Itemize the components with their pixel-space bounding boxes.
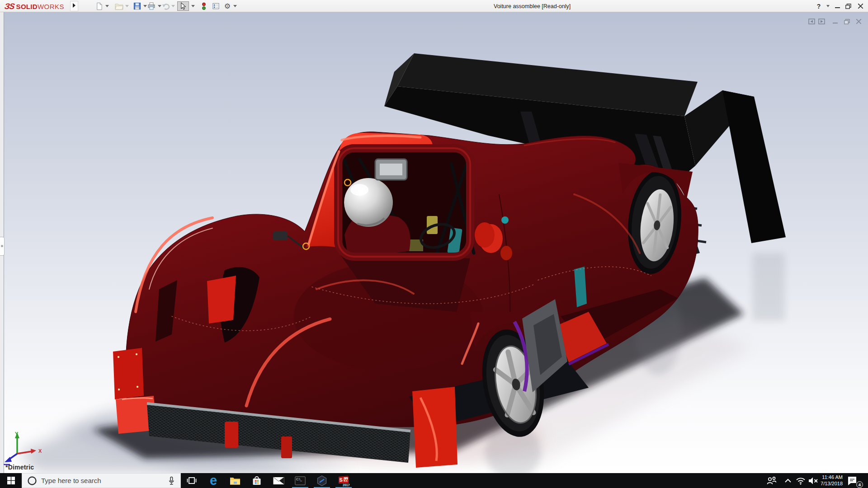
- taskbar-search[interactable]: [22, 473, 181, 488]
- file-properties-button[interactable]: [211, 1, 221, 11]
- dropdown-caret-icon: [233, 5, 237, 7]
- close-button[interactable]: [854, 0, 866, 12]
- file-explorer-button[interactable]: [224, 473, 246, 488]
- task-view-icon: [187, 476, 197, 485]
- mail-icon: [273, 477, 284, 485]
- task-view-button[interactable]: [181, 473, 203, 488]
- graphics-viewport[interactable]: Y X *Dimetric: [0, 12, 868, 473]
- options-button[interactable]: ⚙: [222, 1, 232, 11]
- hexagon-app-icon: [316, 475, 327, 486]
- svg-text:W: W: [344, 477, 348, 482]
- minimize-icon: [835, 4, 840, 9]
- svg-text:S: S: [339, 477, 342, 482]
- clock[interactable]: 11:46 AM 7/13/2018: [814, 474, 843, 487]
- dock-left-icon: [808, 19, 815, 24]
- solidworks-2017-icon: SW2017: [338, 475, 350, 487]
- undo-dropdown[interactable]: [170, 1, 176, 11]
- save-button[interactable]: [132, 1, 142, 11]
- dropdown-caret-icon: [826, 5, 830, 7]
- new-document-icon: [95, 2, 103, 10]
- solidworks-logo: ЗS SOLIDWORKS: [5, 1, 64, 11]
- feature-panel-collapse-tab[interactable]: [0, 237, 5, 256]
- x-axis-arrow: [31, 449, 36, 454]
- microphone-icon[interactable]: [166, 475, 177, 488]
- hexagon-app-button[interactable]: [311, 473, 333, 488]
- restore-icon: [844, 19, 850, 24]
- tray-date: 7/13/2018: [814, 481, 843, 487]
- select-cursor-icon: [180, 2, 187, 10]
- options-dropdown[interactable]: [232, 1, 238, 11]
- driver-helmet: [344, 178, 393, 227]
- new-document-dropdown[interactable]: [104, 1, 110, 11]
- front-canard-upper: [113, 348, 144, 399]
- file-properties-icon: [212, 2, 220, 10]
- close-icon: [858, 4, 863, 9]
- rebuild-traffic-light-icon: [201, 2, 207, 10]
- dock-left-button[interactable]: [807, 18, 816, 25]
- command-prompt-button[interactable]: C:\_: [289, 473, 311, 488]
- x-axis-label: X: [38, 448, 42, 454]
- prompt-text: C:\_: [296, 478, 302, 481]
- expand-arrow-icon: [72, 3, 76, 9]
- solidworks-2017-button[interactable]: SW2017: [333, 473, 354, 488]
- orientation-triad: Y X: [0, 430, 50, 468]
- rebuild-button[interactable]: [199, 1, 209, 11]
- tray-expand-chevron[interactable]: [781, 473, 795, 488]
- brand-name-bold: SOLID: [16, 3, 38, 10]
- store-button[interactable]: [246, 473, 268, 488]
- title-bar: ЗS SOLIDWORKS ⚙ Voiture assomblee [Read-…: [0, 0, 868, 12]
- help-dropdown[interactable]: [825, 0, 831, 12]
- new-document-button[interactable]: [94, 1, 104, 11]
- file-explorer-icon: [230, 476, 241, 485]
- chevron-up-icon: [784, 478, 792, 483]
- restore-button[interactable]: [843, 0, 854, 12]
- document-restore-button[interactable]: [843, 18, 851, 25]
- brand-name-light: WORKS: [38, 3, 64, 10]
- minimize-icon: [833, 19, 838, 24]
- windows-logo-icon: [7, 477, 15, 484]
- store-icon: [251, 475, 262, 486]
- grille-post: [225, 422, 238, 448]
- document-minimize-button[interactable]: [831, 18, 839, 25]
- dropdown-caret-icon: [105, 5, 109, 7]
- people-icon: [766, 475, 777, 486]
- start-button[interactable]: [0, 473, 22, 488]
- select-tool-dropdown[interactable]: [190, 1, 196, 11]
- dropdown-caret-icon: [171, 5, 175, 7]
- minimize-button[interactable]: [832, 0, 843, 12]
- open-button[interactable]: [114, 1, 124, 11]
- model-canvas[interactable]: [0, 12, 868, 473]
- help-button[interactable]: ?: [814, 0, 824, 12]
- front-brake-plate: [412, 387, 458, 468]
- print-icon: [147, 2, 156, 10]
- document-close-button[interactable]: [854, 18, 863, 25]
- menu-expand-button[interactable]: [70, 1, 78, 11]
- y-axis-label: Y: [15, 431, 19, 436]
- people-button[interactable]: [765, 473, 778, 488]
- close-icon: [856, 19, 861, 24]
- dropdown-caret-icon: [191, 5, 195, 7]
- grille-post: [281, 436, 292, 458]
- edge-icon: e: [210, 474, 217, 487]
- open-dropdown[interactable]: [124, 1, 130, 11]
- undo-icon: [162, 3, 170, 10]
- print-button[interactable]: [146, 1, 156, 11]
- cortana-icon[interactable]: [27, 475, 38, 488]
- window-title: Voiture assomblee [Read-only]: [494, 3, 571, 9]
- search-input[interactable]: [40, 474, 162, 488]
- command-prompt-icon: C:\_: [295, 476, 306, 485]
- select-tool-button[interactable]: [177, 1, 189, 11]
- side-mirror: [273, 231, 288, 240]
- restore-icon: [845, 4, 851, 9]
- open-folder-icon: [115, 2, 123, 10]
- tray-time: 11:46 AM: [814, 474, 843, 481]
- gear-icon: ⚙: [224, 3, 231, 10]
- edge-button[interactable]: e: [203, 473, 224, 488]
- dropdown-caret-icon: [125, 5, 129, 7]
- dock-right-button[interactable]: [817, 18, 826, 25]
- undo-button[interactable]: [161, 1, 171, 11]
- sw-year: 2017: [343, 483, 350, 487]
- wifi-button[interactable]: [794, 473, 807, 488]
- mail-button[interactable]: [268, 473, 289, 488]
- solidworks-window: ЗS SOLIDWORKS ⚙ Voiture assomblee [Read-…: [0, 0, 868, 488]
